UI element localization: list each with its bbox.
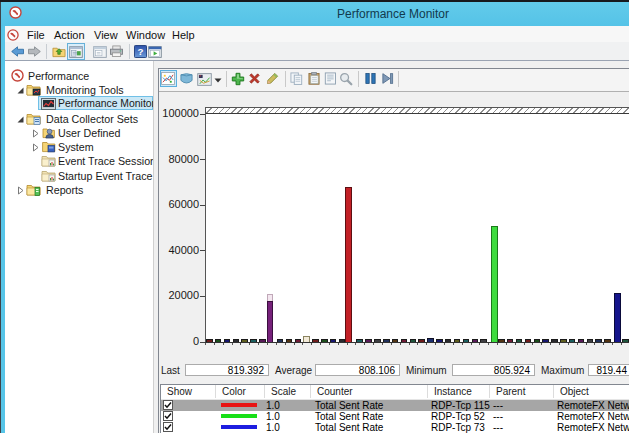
svg-text:?: ?	[138, 46, 144, 57]
